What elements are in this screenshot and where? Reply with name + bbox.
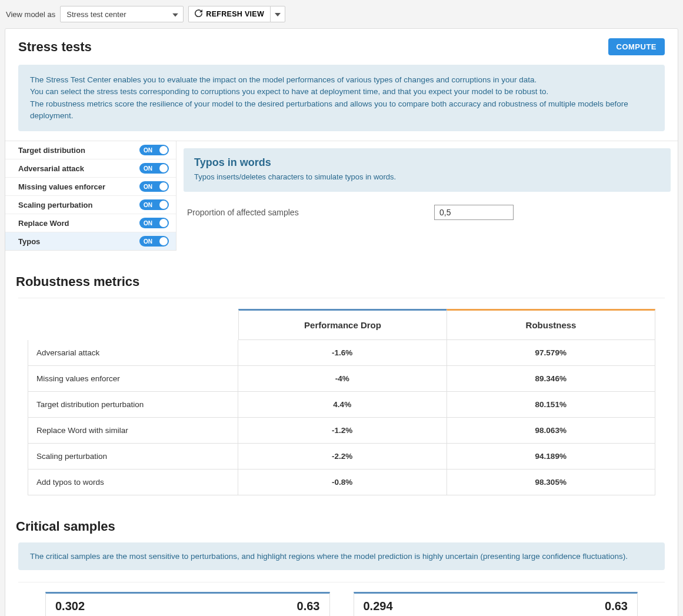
stress-tests-info: The Stress Test Center enables you to ev…: [18, 65, 665, 131]
proportion-param-row: Proportion of affected samples: [184, 192, 671, 224]
refresh-view-label: REFRESH VIEW: [206, 10, 264, 18]
table-row: Scaling perturbation -2.2% 94.189%: [28, 444, 655, 470]
metrics-row-rob: 97.579%: [447, 340, 656, 366]
test-item-label: Adversarial attack: [18, 164, 84, 173]
view-model-select-value: Stress test center: [66, 10, 126, 19]
proportion-param-input[interactable]: [434, 205, 514, 220]
top-toolbar: View model as Stress test center REFRESH…: [0, 0, 683, 28]
refresh-view-button[interactable]: REFRESH VIEW: [188, 6, 270, 22]
critical-sample-card[interactable]: 0.294 Uncertainty score 0.63 Probability: [354, 592, 638, 616]
metrics-row-perf: -0.8%: [238, 470, 447, 495]
metrics-row-label: Adversarial attack: [28, 340, 238, 366]
compute-button[interactable]: COMPUTE: [608, 38, 665, 55]
robustness-metrics-table: Performance Drop Robustness Adversarial …: [28, 309, 655, 495]
metrics-row-label: Scaling perturbation: [28, 444, 238, 470]
refresh-button-group: REFRESH VIEW: [188, 6, 285, 22]
toggle-on[interactable]: ON: [139, 145, 169, 155]
test-detail-description: Typos inserts/deletes characters to simu…: [194, 172, 660, 181]
metrics-row-perf: -2.2%: [238, 444, 447, 470]
caret-down-icon: [275, 10, 281, 18]
refresh-view-dropdown-button[interactable]: [270, 6, 285, 22]
critical-sample-card[interactable]: 0.302 Uncertainty score 0.63 Probability: [45, 592, 330, 616]
metrics-header-spacer: [28, 309, 238, 340]
view-model-as-label: View model as: [6, 10, 55, 19]
test-item-replace-word[interactable]: Replace Word ON: [5, 214, 176, 232]
metrics-header-robustness: Robustness: [447, 309, 655, 340]
robustness-metrics-title: Robustness metrics: [5, 251, 678, 298]
stress-info-line3: The robustness metrics score the resilie…: [30, 98, 653, 122]
table-row: Adversarial attack -1.6% 97.579%: [28, 340, 655, 366]
metrics-row-label: Missing values enforcer: [28, 366, 238, 392]
test-detail-title: Typos in words: [194, 157, 660, 169]
metrics-row-rob: 89.346%: [447, 366, 656, 392]
test-item-label: Replace Word: [18, 219, 69, 228]
tests-list: Target distribution ON Adversarial attac…: [5, 141, 176, 251]
test-detail-banner: Typos in words Typos inserts/deletes cha…: [184, 148, 671, 192]
test-item-label: Target distribution: [18, 146, 85, 155]
critical-cards-row: 0.302 Uncertainty score 0.63 Probability…: [5, 592, 678, 616]
metrics-header-performance-drop: Performance Drop: [238, 309, 447, 340]
critical-samples-info: The critical samples are the most sensit…: [18, 542, 665, 570]
test-item-label: Typos: [18, 237, 40, 246]
main-panel: Stress tests COMPUTE The Stress Test Cen…: [5, 28, 678, 616]
test-item-label: Missing values enforcer: [18, 182, 105, 191]
test-item-scaling-perturbation[interactable]: Scaling perturbation ON: [5, 196, 176, 214]
metrics-row-label: Replace Word with similar: [28, 418, 238, 444]
caret-down-icon: [172, 10, 178, 19]
probability-value: 0.63: [284, 600, 320, 613]
toggle-on[interactable]: ON: [139, 199, 169, 210]
metrics-row-perf: -1.2%: [238, 418, 447, 444]
stress-info-line1: The Stress Test Center enables you to ev…: [30, 74, 653, 86]
probability-value: 0.63: [592, 600, 628, 613]
metrics-row-perf: -1.6%: [238, 340, 447, 366]
metrics-row-label: Target distribution perturbation: [28, 392, 238, 418]
toggle-on[interactable]: ON: [139, 236, 169, 247]
metrics-row-rob: 80.151%: [447, 392, 656, 418]
metrics-row-rob: 98.305%: [447, 470, 656, 495]
divider: [18, 298, 665, 298]
metrics-row-label: Add typos to words: [28, 470, 238, 495]
table-row: Missing values enforcer -4% 89.346%: [28, 366, 655, 392]
view-model-select[interactable]: Stress test center: [60, 6, 184, 22]
stress-tests-title: Stress tests: [18, 39, 92, 55]
test-item-adversarial-attack[interactable]: Adversarial attack ON: [5, 159, 176, 178]
table-row: Target distribution perturbation 4.4% 80…: [28, 392, 655, 418]
uncertainty-score-value: 0.302: [55, 600, 115, 613]
metrics-row-perf: -4%: [238, 366, 447, 392]
test-detail-panel: Typos in words Typos inserts/deletes cha…: [176, 141, 678, 251]
table-row: Add typos to words -0.8% 98.305%: [28, 470, 655, 495]
tests-configuration-row: Target distribution ON Adversarial attac…: [5, 141, 678, 251]
critical-samples-title: Critical samples: [5, 495, 678, 542]
test-item-missing-values[interactable]: Missing values enforcer ON: [5, 178, 176, 196]
stress-tests-header: Stress tests COMPUTE: [5, 29, 678, 55]
test-item-label: Scaling perturbation: [18, 201, 92, 209]
proportion-param-label: Proportion of affected samples: [187, 208, 434, 217]
toggle-on[interactable]: ON: [139, 181, 169, 192]
test-item-target-distribution[interactable]: Target distribution ON: [5, 141, 176, 159]
test-item-typos[interactable]: Typos ON: [5, 232, 176, 250]
toggle-on[interactable]: ON: [139, 163, 169, 174]
stress-info-line2: You can select the stress tests correspo…: [30, 86, 653, 98]
metrics-header-row: Performance Drop Robustness: [28, 309, 655, 340]
refresh-icon: [195, 9, 202, 19]
metrics-row-perf: 4.4%: [238, 392, 447, 418]
table-row: Replace Word with similar -1.2% 98.063%: [28, 418, 655, 444]
uncertainty-score-value: 0.294: [364, 600, 423, 613]
metrics-row-rob: 98.063%: [447, 418, 656, 444]
divider: [18, 582, 665, 582]
metrics-row-rob: 94.189%: [447, 444, 656, 470]
toggle-on[interactable]: ON: [139, 218, 169, 228]
